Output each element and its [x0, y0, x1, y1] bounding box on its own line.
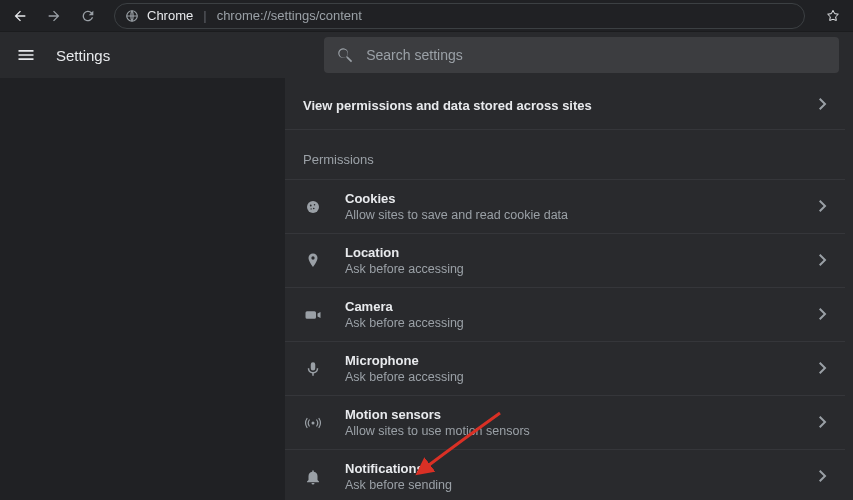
location-icon: [303, 251, 323, 271]
omnibox-separator: |: [203, 8, 206, 23]
permission-row-camera[interactable]: Camera Ask before accessing: [285, 287, 845, 341]
permission-row-cookies[interactable]: Cookies Allow sites to save and read coo…: [285, 179, 845, 233]
permission-subtitle: Ask before accessing: [345, 370, 797, 384]
content-area: View permissions and data stored across …: [0, 78, 853, 500]
chevron-right-icon: [819, 414, 827, 432]
motion-sensors-icon: [303, 413, 323, 433]
camera-icon: [303, 305, 323, 325]
permission-title: Cookies: [345, 191, 797, 206]
view-site-permissions-row[interactable]: View permissions and data stored across …: [285, 82, 845, 130]
chevron-right-icon: [819, 360, 827, 378]
permission-title: Microphone: [345, 353, 797, 368]
svg-point-3: [314, 204, 316, 206]
microphone-icon: [303, 359, 323, 379]
permission-row-motion-sensors[interactable]: Motion sensors Allow sites to use motion…: [285, 395, 845, 449]
bell-icon: [303, 467, 323, 487]
omnibox-scheme: Chrome: [147, 8, 193, 23]
omnibox-url: chrome://settings/content: [217, 8, 362, 23]
browser-toolbar: Chrome | chrome://settings/content: [0, 0, 853, 32]
forward-button[interactable]: [40, 2, 68, 30]
svg-point-4: [313, 207, 315, 209]
search-settings-input[interactable]: Search settings: [324, 37, 839, 73]
settings-header: Settings Search settings: [0, 32, 853, 78]
search-icon: [336, 46, 354, 64]
svg-point-5: [310, 208, 311, 209]
omnibox[interactable]: Chrome | chrome://settings/content: [114, 3, 805, 29]
permission-row-location[interactable]: Location Ask before accessing: [285, 233, 845, 287]
permission-title: Location: [345, 245, 797, 260]
permission-subtitle: Allow sites to save and read cookie data: [345, 208, 797, 222]
permission-title: Notifications: [345, 461, 797, 476]
permissions-heading: Permissions: [285, 130, 845, 179]
permission-row-notifications[interactable]: Notifications Ask before sending: [285, 449, 845, 500]
search-placeholder: Search settings: [366, 47, 463, 63]
permission-title: Camera: [345, 299, 797, 314]
content-settings-panel: View permissions and data stored across …: [285, 78, 845, 500]
permission-title: Motion sensors: [345, 407, 797, 422]
reload-button[interactable]: [74, 2, 102, 30]
svg-point-1: [307, 201, 319, 213]
menu-button[interactable]: [14, 43, 38, 67]
chevron-right-icon: [819, 98, 827, 113]
chevron-right-icon: [819, 252, 827, 270]
chevron-right-icon: [819, 198, 827, 216]
chevron-right-icon: [819, 468, 827, 486]
site-info-icon: [125, 9, 139, 23]
permission-subtitle: Ask before accessing: [345, 262, 797, 276]
cookie-icon: [303, 197, 323, 217]
bookmark-star-icon[interactable]: [819, 2, 847, 30]
settings-main: View permissions and data stored across …: [284, 78, 853, 500]
view-site-permissions-label: View permissions and data stored across …: [303, 98, 592, 113]
permission-row-microphone[interactable]: Microphone Ask before accessing: [285, 341, 845, 395]
svg-point-2: [310, 204, 312, 206]
back-button[interactable]: [6, 2, 34, 30]
permission-subtitle: Allow sites to use motion sensors: [345, 424, 797, 438]
permission-subtitle: Ask before sending: [345, 478, 797, 492]
chevron-right-icon: [819, 306, 827, 324]
page-title: Settings: [56, 47, 110, 64]
svg-point-6: [312, 421, 315, 424]
settings-sidebar: [0, 78, 284, 500]
permission-subtitle: Ask before accessing: [345, 316, 797, 330]
